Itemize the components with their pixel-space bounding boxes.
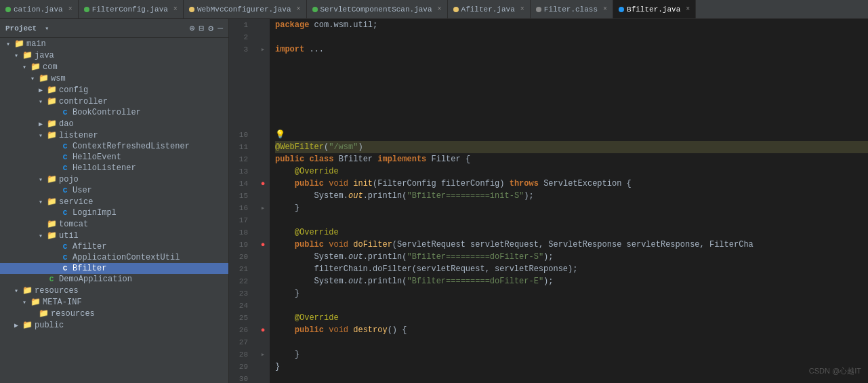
class-icon: C	[60, 164, 70, 172]
project-dropdown-icon[interactable]: ▾	[45, 24, 49, 33]
tab-filterconfig[interactable]: FilterConfig.java ×	[79, 0, 184, 18]
arrow-icon: ▾	[27, 75, 38, 83]
tree-item-demoapplication[interactable]: C DemoApplication	[0, 274, 228, 285]
tab-close-icon[interactable]: ×	[603, 5, 607, 13]
tree-item-loginimpl[interactable]: C LoginImpl	[0, 207, 228, 218]
folder-icon: 📁	[46, 85, 57, 95]
line-number: 24	[229, 300, 252, 312]
folder-icon: 📁	[46, 96, 57, 106]
tree-label: HelloListener	[73, 163, 136, 173]
tree-item-bookcontroller[interactable]: C BookController	[0, 107, 228, 118]
tree-item-hellolistener[interactable]: C HelloListener	[0, 163, 228, 174]
code-line-15: System.out.println("Bfilter=========init…	[275, 190, 868, 202]
tab-close-icon[interactable]: ×	[68, 5, 73, 13]
code-line-27	[275, 336, 868, 348]
folder-icon: 📁	[46, 197, 57, 207]
class-icon: C	[60, 142, 70, 150]
code-line-7	[275, 92, 868, 104]
code-line-8	[275, 104, 868, 117]
gutter-item	[256, 141, 270, 153]
arrow-icon: ▾	[11, 287, 22, 295]
gutter-item	[256, 251, 270, 263]
tree-label: HelloEvent	[73, 153, 121, 162]
tree-item-service[interactable]: ▾ 📁 service	[0, 196, 228, 207]
folder-icon: 📁	[22, 50, 33, 60]
tree-item-afilter[interactable]: C Afilter	[0, 241, 228, 252]
tab-close-icon[interactable]: ×	[438, 5, 442, 13]
code-line-2	[275, 31, 868, 43]
tab-bfilter[interactable]: Bfilter.java ×	[613, 0, 696, 18]
fold-icon[interactable]: ▸	[256, 43, 270, 56]
tree-item-appcontextutil[interactable]: C ApplicationContextUtil	[0, 252, 228, 263]
code-line-26: public void destroy() {	[275, 324, 868, 336]
code-line-1: package com.wsm.util;	[275, 19, 868, 31]
line-number: 20	[229, 251, 252, 263]
gutter: ▸ ● ▸ ●	[256, 19, 270, 383]
arrow-icon: ▾	[3, 40, 14, 48]
tree-item-main[interactable]: ▾ 📁 main	[0, 38, 228, 49]
tab-close-icon[interactable]: ×	[297, 5, 301, 13]
gutter-item	[256, 68, 270, 80]
tree-item-wsm[interactable]: ▾ 📁 wsm	[0, 73, 228, 84]
tree-item-com[interactable]: ▾ 📁 com	[0, 61, 228, 73]
tree-item-util[interactable]: ▾ 📁 util	[0, 230, 228, 241]
folder-icon: 📁	[22, 320, 33, 330]
tree-label: BookController	[73, 108, 141, 117]
gutter-item	[256, 31, 270, 43]
tab-close-icon[interactable]: ×	[686, 5, 690, 13]
tree-item-pojo[interactable]: ▾ 📁 pojo	[0, 174, 228, 185]
gutter-item	[256, 190, 270, 202]
tree-item-java[interactable]: ▾ 📁 java	[0, 49, 228, 61]
tree-label: controller	[59, 97, 108, 106]
arrow-icon: ▾	[19, 63, 30, 71]
tab-afilter[interactable]: Afilter.java ×	[448, 0, 531, 18]
tree-label: LoginImpl	[73, 208, 117, 218]
gutter-item	[256, 287, 270, 300]
breakpoint-icon[interactable]: ●	[256, 324, 270, 336]
tree-item-metainf[interactable]: ▾ 📁 META-INF	[0, 296, 228, 308]
breakpoint-icon[interactable]: ●	[256, 178, 270, 190]
tree-label: resources	[51, 309, 95, 319]
tree-item-config[interactable]: ▶ 📁 config	[0, 84, 228, 96]
tree-item-helloevent[interactable]: C HelloEvent	[0, 152, 228, 163]
line-number: 30	[229, 373, 252, 383]
tab-filterclass[interactable]: Filter.class ×	[531, 0, 613, 18]
tree-item-resources2[interactable]: 📁 resources	[0, 308, 228, 319]
gutter-item	[256, 80, 270, 92]
gutter-item	[256, 226, 270, 239]
class-icon-green: C	[46, 275, 57, 283]
tree-item-tomcat[interactable]: 📁 tomcat	[0, 218, 228, 230]
line-number: 23	[229, 287, 252, 300]
close-sidebar-icon[interactable]: —	[218, 23, 223, 34]
tab-webmvc[interactable]: WebMvcConfigurer.java ×	[184, 0, 307, 18]
fold-icon[interactable]: ▸	[256, 348, 270, 361]
tree-item-listener[interactable]: ▾ 📁 listener	[0, 129, 228, 141]
tab-close-icon[interactable]: ×	[520, 5, 524, 13]
tree-item-controller[interactable]: ▾ 📁 controller	[0, 96, 228, 107]
tree-item-public[interactable]: ▶ 📁 public	[0, 319, 228, 331]
tree-item-dao[interactable]: ▶ 📁 dao	[0, 118, 228, 129]
tree-label: public	[35, 321, 64, 330]
fold-icon[interactable]: ▸	[256, 202, 270, 214]
sync-icon[interactable]: ⊕	[190, 23, 195, 34]
code-line-3: import ...	[275, 43, 868, 56]
tree-item-user[interactable]: C User	[0, 185, 228, 196]
arrow-icon: ▶	[35, 120, 46, 128]
code-line-22: System.out.println("Bfilter=========doFi…	[275, 275, 868, 287]
tab-close-icon[interactable]: ×	[173, 5, 178, 13]
tab-cation[interactable]: cation.java ×	[0, 0, 79, 18]
tree-item-resources[interactable]: ▾ 📁 resources	[0, 285, 228, 296]
line-number: 10	[229, 129, 252, 141]
tree-label: config	[59, 85, 88, 95]
line-number: 18	[229, 226, 252, 239]
settings-icon[interactable]: ⚙	[208, 23, 213, 34]
tree-item-bfilter[interactable]: C Bfilter	[0, 263, 228, 274]
code-line-28: }	[275, 348, 868, 361]
class-icon: C	[60, 186, 70, 195]
tab-servletcomponent[interactable]: ServletComponentScan.java ×	[307, 0, 448, 18]
breakpoint-icon[interactable]: ●	[256, 239, 270, 251]
tree-item-contextrefreshed[interactable]: C ContextRefreshedListener	[0, 141, 228, 152]
line-number: 16	[229, 202, 252, 214]
collapse-icon[interactable]: ⊟	[199, 23, 205, 34]
line-number	[229, 68, 252, 80]
